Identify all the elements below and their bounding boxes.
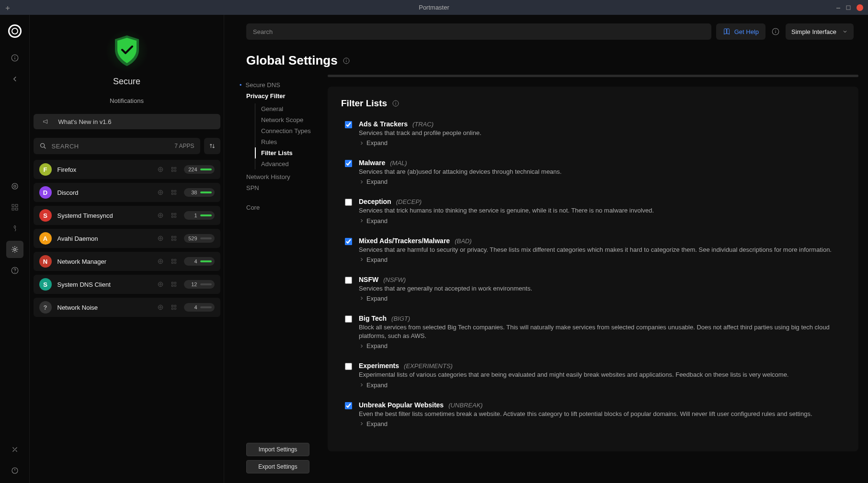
filter-checkbox[interactable] bbox=[345, 363, 352, 370]
app-connection-count: 529 bbox=[188, 236, 197, 241]
close-button[interactable] bbox=[857, 4, 863, 11]
apps-search-input[interactable] bbox=[52, 143, 170, 150]
app-grid-icon[interactable] bbox=[171, 166, 178, 173]
svg-rect-41 bbox=[174, 259, 176, 261]
rail-help-icon[interactable] bbox=[6, 262, 23, 279]
filter-expand-button[interactable]: Expand bbox=[359, 217, 845, 225]
filter-item: Deception(DECEP)Services that trick huma… bbox=[341, 198, 845, 224]
app-grid-icon[interactable] bbox=[171, 212, 178, 219]
svg-point-27 bbox=[160, 214, 161, 216]
app-row[interactable]: ?Network Noise4 bbox=[34, 298, 220, 317]
filter-checkbox[interactable] bbox=[345, 402, 352, 409]
minimize-button[interactable] bbox=[835, 5, 840, 10]
expand-label: Expand bbox=[366, 217, 388, 225]
filter-description: Services that trick humans into thinking… bbox=[359, 206, 845, 215]
filter-checkbox[interactable] bbox=[345, 121, 352, 128]
settings-nav: Secure DNS Privacy Filter General Networ… bbox=[239, 75, 313, 483]
app-grid-icon[interactable] bbox=[171, 281, 178, 288]
filter-checkbox[interactable] bbox=[345, 315, 352, 323]
filter-expand-button[interactable]: Expand bbox=[359, 420, 845, 427]
app-grid-icon[interactable] bbox=[171, 189, 178, 196]
nav-advanced[interactable]: Advanced bbox=[261, 158, 313, 169]
nav-core[interactable]: Core bbox=[246, 202, 313, 213]
filter-expand-button[interactable]: Expand bbox=[359, 295, 845, 302]
nav-privacy-filter[interactable]: Privacy Filter bbox=[246, 90, 313, 101]
rail-info-icon[interactable] bbox=[6, 49, 23, 67]
chevron-right-icon bbox=[359, 421, 365, 427]
interface-mode-select[interactable]: Simple Interface bbox=[786, 23, 854, 40]
app-target-icon[interactable] bbox=[157, 258, 165, 265]
export-settings-button[interactable]: Export Settings bbox=[246, 460, 309, 473]
maximize-button[interactable] bbox=[846, 5, 851, 10]
app-target-icon[interactable] bbox=[157, 281, 165, 288]
nav-network-scope[interactable]: Network Scope bbox=[261, 114, 313, 125]
filter-checkbox[interactable] bbox=[345, 160, 352, 167]
svg-rect-19 bbox=[174, 170, 176, 172]
app-row[interactable]: AAvahi Daemon529 bbox=[34, 229, 220, 248]
filter-code-label: (MAL) bbox=[390, 159, 407, 167]
chevron-right-icon bbox=[359, 179, 365, 185]
filter-checkbox[interactable] bbox=[345, 238, 352, 245]
rail-tools-icon[interactable] bbox=[6, 441, 23, 458]
rail-monitor-icon[interactable] bbox=[6, 178, 23, 195]
filter-item: Mixed Ads/Trackers/Malware(BAD)Services … bbox=[341, 237, 845, 263]
icon-rail bbox=[0, 15, 30, 483]
app-row[interactable]: NNetwork Manager4 bbox=[34, 252, 220, 271]
nav-filter-lists[interactable]: Filter Lists bbox=[255, 147, 313, 158]
filter-expand-button[interactable]: Expand bbox=[359, 256, 845, 263]
filter-expand-button[interactable]: Expand bbox=[359, 382, 845, 389]
main-search-input[interactable] bbox=[253, 28, 705, 35]
nav-network-history[interactable]: Network History bbox=[246, 171, 313, 182]
toolbar-info-icon[interactable] bbox=[770, 26, 781, 37]
nav-connection-types[interactable]: Connection Types bbox=[261, 125, 313, 136]
get-help-button[interactable]: Get Help bbox=[716, 23, 765, 40]
whatsnew-banner[interactable]: What's New in v1.6 bbox=[34, 114, 220, 129]
import-settings-button[interactable]: Import Settings bbox=[246, 443, 309, 456]
filter-name-label: Big Tech bbox=[359, 315, 387, 322]
nav-general[interactable]: General bbox=[261, 103, 313, 114]
nav-rules[interactable]: Rules bbox=[261, 136, 313, 147]
sort-button[interactable] bbox=[204, 138, 220, 154]
rail-back-icon[interactable] bbox=[6, 70, 23, 88]
svg-rect-49 bbox=[174, 285, 176, 287]
svg-point-14 bbox=[158, 167, 162, 171]
svg-rect-8 bbox=[15, 208, 18, 211]
rail-apps-icon[interactable] bbox=[6, 199, 23, 216]
svg-rect-35 bbox=[174, 236, 176, 238]
filter-name-label: NSFW bbox=[359, 276, 378, 283]
expand-label: Expand bbox=[366, 256, 388, 263]
app-row[interactable]: SSystemd Timesyncd1 bbox=[34, 206, 220, 225]
app-target-icon[interactable] bbox=[157, 212, 165, 219]
app-target-icon[interactable] bbox=[157, 304, 165, 311]
app-row[interactable]: DDiscord38 bbox=[34, 183, 220, 202]
rail-map-icon[interactable] bbox=[6, 220, 23, 237]
rail-power-icon[interactable] bbox=[6, 462, 23, 479]
app-grid-icon[interactable] bbox=[171, 258, 178, 265]
app-grid-icon[interactable] bbox=[171, 235, 178, 242]
title-info-icon[interactable] bbox=[343, 57, 350, 65]
svg-rect-55 bbox=[174, 308, 176, 310]
filter-expand-button[interactable]: Expand bbox=[359, 342, 845, 349]
main-search-box[interactable] bbox=[246, 23, 711, 40]
apps-search-box[interactable]: 7 APPS bbox=[34, 138, 200, 154]
nav-spn[interactable]: SPN bbox=[246, 182, 313, 193]
filter-checkbox[interactable] bbox=[345, 199, 352, 206]
app-logo-icon[interactable] bbox=[8, 24, 22, 38]
app-target-icon[interactable] bbox=[157, 235, 165, 242]
app-row[interactable]: SSystem DNS Client12 bbox=[34, 275, 220, 294]
filter-expand-button[interactable]: Expand bbox=[359, 139, 845, 146]
filter-expand-button[interactable]: Expand bbox=[359, 178, 845, 185]
app-grid-icon[interactable] bbox=[171, 304, 178, 311]
chevron-right-icon bbox=[359, 140, 365, 146]
svg-rect-17 bbox=[174, 167, 176, 169]
titlebar-add-icon[interactable] bbox=[5, 5, 10, 10]
filter-checkbox[interactable] bbox=[345, 277, 352, 284]
panel-info-icon[interactable] bbox=[392, 100, 400, 107]
svg-rect-25 bbox=[174, 193, 176, 195]
rail-settings-icon[interactable] bbox=[6, 241, 23, 258]
app-target-icon[interactable] bbox=[157, 189, 165, 196]
nav-secure-dns[interactable]: Secure DNS bbox=[246, 79, 313, 90]
chevron-right-icon bbox=[359, 343, 365, 349]
app-row[interactable]: FFirefox224 bbox=[34, 160, 220, 179]
app-target-icon[interactable] bbox=[157, 166, 165, 173]
